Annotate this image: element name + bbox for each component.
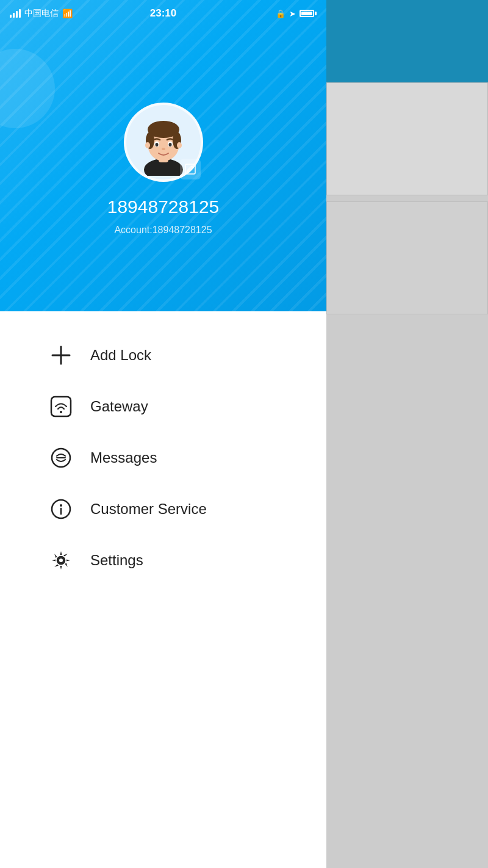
right-panel-card-2 (326, 201, 488, 314)
right-panel-card-1 (326, 82, 488, 195)
add-lock-icon (49, 343, 73, 367)
customer-service-label: Customer Service (90, 501, 207, 518)
svg-point-9 (168, 143, 171, 146)
messages-label: Messages (90, 449, 157, 466)
svg-point-10 (162, 148, 165, 150)
decorative-bubble (0, 49, 55, 128)
signal-bars-icon (10, 9, 21, 18)
svg-point-12 (177, 142, 182, 148)
menu-item-add-lock[interactable]: Add Lock (0, 330, 326, 381)
status-bar-left: 中国电信 📶 (10, 8, 73, 19)
gateway-label: Gateway (90, 398, 148, 415)
orientation-lock-icon: 🔒 (276, 9, 285, 18)
right-panel-top (326, 0, 488, 82)
status-bar: 中国电信 📶 23:10 🔒 ➤ (0, 0, 326, 27)
navigation-icon: ➤ (289, 9, 296, 18)
settings-icon (49, 548, 73, 573)
username-display: 18948728125 (107, 197, 220, 217)
menu-item-customer-service[interactable]: Customer Service (0, 483, 326, 535)
profile-header: 18948728125 Account:18948728125 (0, 0, 326, 311)
account-info: Account:18948728125 (114, 225, 212, 236)
menu-section: Add Lock Gateway (0, 311, 326, 868)
carrier-label: 中国电信 (24, 8, 59, 19)
svg-point-8 (155, 143, 158, 146)
menu-item-messages[interactable]: Messages (0, 432, 326, 483)
status-bar-right: 🔒 ➤ (276, 9, 317, 18)
settings-label: Settings (90, 552, 143, 569)
svg-point-11 (145, 142, 150, 148)
menu-item-gateway[interactable]: Gateway (0, 381, 326, 432)
battery-icon (300, 10, 317, 17)
svg-point-17 (60, 411, 62, 413)
svg-point-24 (59, 558, 63, 563)
left-panel: 中国电信 📶 23:10 🔒 ➤ (0, 0, 326, 868)
avatar-wrapper[interactable] (124, 103, 203, 182)
menu-item-settings[interactable]: Settings (0, 535, 326, 586)
edit-avatar-button[interactable] (180, 159, 201, 179)
customer-service-icon (49, 497, 73, 521)
gateway-icon (49, 394, 73, 419)
messages-icon (49, 446, 73, 470)
status-bar-time: 23:10 (150, 7, 176, 20)
add-lock-label: Add Lock (90, 347, 151, 364)
right-panel (326, 0, 488, 868)
svg-point-21 (60, 504, 62, 507)
wifi-icon: 📶 (62, 9, 73, 18)
svg-rect-13 (185, 164, 195, 174)
